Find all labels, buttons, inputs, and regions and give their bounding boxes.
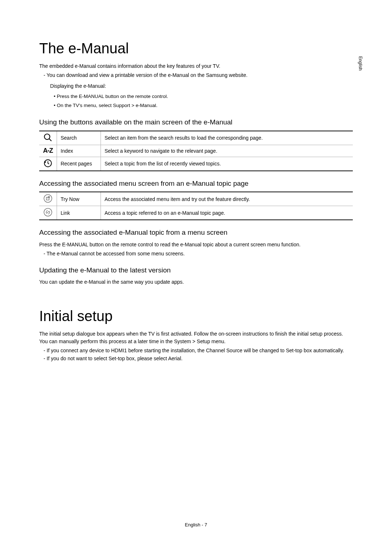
- search-icon: [39, 131, 57, 145]
- text-fragment: Press the: [57, 94, 79, 99]
- bullet-list-displaying: Press the E-MANUAL button on the remote …: [39, 92, 353, 110]
- button-name-emanual: E-MANUAL: [62, 242, 88, 247]
- text-fragment: button on the remote control.: [104, 94, 168, 99]
- svg-line-7: [47, 211, 49, 214]
- table-row: Try Now Access the associated menu item …: [39, 192, 353, 206]
- page-footer: English - 7: [0, 522, 392, 527]
- menu-path-support-emanual: Support > e-Manual: [113, 103, 156, 108]
- intro-paragraph: The embedded e-Manual contains informati…: [39, 62, 353, 70]
- option-aerial: Aerial: [168, 356, 181, 361]
- table-row: A-Z Index Select a keyword to navigate t…: [39, 145, 353, 157]
- heading-updating-emanual: Updating the e-Manual to the latest vers…: [39, 266, 353, 275]
- cell-index-desc: Select a keyword to navigate to the rele…: [101, 145, 353, 157]
- index-az-icon: A-Z: [39, 145, 57, 157]
- table-row: Link Access a topic referred to on an e-…: [39, 206, 353, 220]
- link-icon: [39, 206, 57, 220]
- update-paragraph: You can update the e-Manual in the same …: [39, 278, 353, 286]
- text-fragment: .: [156, 103, 158, 108]
- button-name-emanual: E-MANUAL: [79, 94, 104, 99]
- cell-recent-desc: Select a topic from the list of recently…: [101, 157, 353, 171]
- text-fragment: button on the remote control to read the…: [88, 242, 301, 247]
- language-side-label: English: [358, 56, 363, 70]
- heading-accessing-topic-from-menu: Accessing the associated e-Manual topic …: [39, 228, 353, 237]
- menu-path-system-setup: System > Setup: [174, 338, 210, 344]
- dash-item-aerial: If you do not want to select Set-top box…: [44, 355, 353, 363]
- text-fragment: On the TV's menu, select: [57, 103, 113, 108]
- dash-item-cannot-access: The e-Manual cannot be accessed from som…: [44, 250, 353, 258]
- svg-point-0: [44, 134, 50, 139]
- cell-index-name: Index: [57, 145, 101, 157]
- try-now-icon: [39, 192, 57, 206]
- press-emanual-paragraph: Press the E-MANUAL button on the remote …: [39, 241, 353, 249]
- recent-pages-icon: [39, 157, 57, 171]
- svg-line-1: [49, 139, 52, 141]
- text-fragment: .: [181, 356, 183, 361]
- cell-search-desc: Select an item from the search results t…: [101, 131, 353, 145]
- displaying-label: Displaying the e-Manual:: [39, 82, 353, 90]
- dash-list-cannot-access: The e-Manual cannot be accessed from som…: [39, 250, 353, 258]
- dash-item-download: You can download and view a printable ve…: [44, 71, 353, 79]
- heading-buttons-main-screen: Using the buttons available on the main …: [39, 118, 353, 127]
- heading-accessing-menu-from-topic: Accessing the associated menu screen fro…: [39, 179, 353, 188]
- table-row: Search Select an item from the search re…: [39, 131, 353, 145]
- cell-trynow-desc: Access the associated menu item and try …: [101, 192, 353, 206]
- cell-search-name: Search: [57, 131, 101, 145]
- dash-item-hdmi1: If you connect any device to HDMI1 befor…: [44, 347, 353, 355]
- initial-setup-paragraph: The initial setup dialogue box appears w…: [39, 330, 353, 345]
- table-topic-actions: Try Now Access the associated menu item …: [39, 192, 353, 220]
- table-main-buttons: Search Select an item from the search re…: [39, 131, 353, 171]
- page-content: The e-Manual The embedded e-Manual conta…: [0, 0, 392, 380]
- dash-list-initial-setup: If you connect any device to HDMI1 befor…: [39, 347, 353, 362]
- cell-link-desc: Access a topic referred to on an e-Manua…: [101, 206, 353, 220]
- text-fragment: menu.: [210, 338, 226, 344]
- heading-initial-setup: Initial setup: [39, 308, 353, 324]
- dash-list-1: You can download and view a printable ve…: [39, 71, 353, 79]
- cell-trynow-name: Try Now: [57, 192, 101, 206]
- text-fragment: If you do not want to select Set-top box…: [47, 356, 168, 361]
- cell-link-name: Link: [57, 206, 101, 220]
- svg-point-3: [44, 195, 52, 203]
- bullet-press-emanual: Press the E-MANUAL button on the remote …: [54, 92, 353, 101]
- cell-recent-name: Recent pages: [57, 157, 101, 171]
- text-fragment: Press the: [39, 242, 62, 247]
- table-row: Recent pages Select a topic from the lis…: [39, 157, 353, 171]
- heading-e-manual: The e-Manual: [39, 40, 353, 57]
- bullet-menu-path: On the TV's menu, select Support > e-Man…: [54, 101, 353, 110]
- svg-rect-4: [46, 197, 49, 200]
